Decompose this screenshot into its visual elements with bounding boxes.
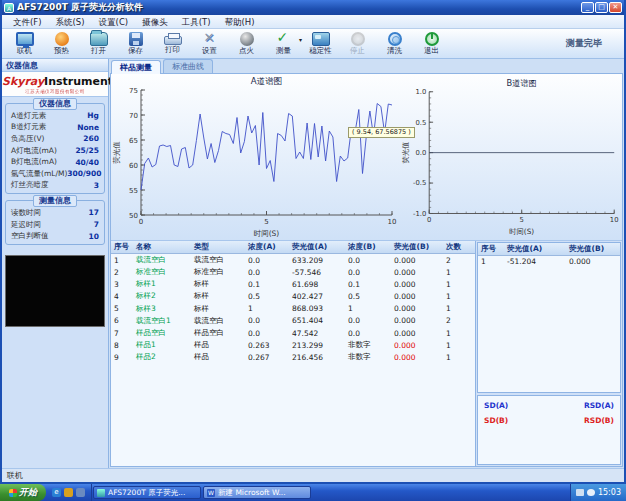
sample-table: 序号名称类型浓度(A)荧光值(A)浓度(B)荧光值(B)次数 1载流空白载流空白… <box>111 241 476 466</box>
sd-a-label: SD(A) <box>484 401 508 410</box>
sample-cell: 213.299 <box>289 339 345 351</box>
open-icon <box>90 32 108 46</box>
field-row: A道灯元素Hg <box>9 110 101 122</box>
sample-cell: 0.000 <box>391 303 443 315</box>
instrument-info-panel: 仪器信息 SkyrayInstrument 江苏天瑞仪器股份有限公司 仪器信息A… <box>2 59 109 468</box>
sample-cell: 0.000 <box>391 339 443 351</box>
sample-cell: 标样2 <box>133 290 191 302</box>
field-row: B灯电流(mA)40/40 <box>9 156 101 168</box>
taskbar-item-afs7200t[interactable]: AFS7200T 原子荧光... <box>93 486 201 499</box>
measure-icon <box>275 32 293 46</box>
svg-text:1.0: 1.0 <box>415 88 426 96</box>
toolbar-button-stability[interactable]: 稳定性 <box>302 30 339 57</box>
toolbar-button-clean[interactable]: 清洗 <box>376 30 413 57</box>
sample-row[interactable]: 7样品空白样品空白0.047.5420.00.0001 <box>111 327 476 339</box>
tab-0[interactable]: 样品测量 <box>111 60 161 74</box>
menu-item-3[interactable]: 摄像头 <box>135 15 175 29</box>
taskbar: 开始 e AFS7200T 原子荧光... W 新建 Microsoft W..… <box>0 484 626 501</box>
close-button[interactable]: ✕ <box>609 2 622 13</box>
svg-text:5: 5 <box>264 218 268 226</box>
desktop-quick-icon[interactable] <box>76 488 85 497</box>
sample-cell: 1 <box>443 327 476 339</box>
field-value: 3 <box>94 181 99 190</box>
logo-subtext: 江苏天瑞仪器股份有限公司 <box>7 88 102 93</box>
tray-device-icon[interactable] <box>576 489 584 496</box>
sample-cell: 0.000 <box>391 278 443 290</box>
menu-item-5[interactable]: 帮助(H) <box>217 15 261 29</box>
start-label: 开始 <box>19 486 37 499</box>
field-label: B道灯元素 <box>11 122 46 132</box>
toolbar-button-print[interactable]: 打印 <box>154 30 191 57</box>
maximize-button[interactable]: □ <box>595 2 608 13</box>
measure-status-text: 测量完毕 <box>566 37 602 50</box>
result-cell: -51.204 <box>504 256 566 268</box>
toolbar-label-stability: 稳定性 <box>309 47 332 55</box>
groupbox-legend-0: 仪器信息 <box>33 98 77 110</box>
taskbar-item-word-doc[interactable]: W 新建 Microsoft W... <box>203 486 311 499</box>
print-icon <box>164 36 182 45</box>
start-button[interactable]: 开始 <box>0 484 46 501</box>
sample-row[interactable]: 9样品2样品0.267216.456非数字0.0001 <box>111 351 476 363</box>
sample-cell: 1 <box>443 303 476 315</box>
sample-row[interactable]: 4标样2标样0.5402.4270.50.0001 <box>111 290 476 302</box>
sample-cell: 样品 <box>191 351 245 363</box>
sample-row[interactable]: 1载流空白载流空白0.0633.2090.00.0002 <box>111 254 476 267</box>
sample-row[interactable]: 6载流空白1载流空白0.0651.4040.00.0002 <box>111 315 476 327</box>
field-row: 延迟时间7 <box>9 219 101 231</box>
sample-cell: 1 <box>111 254 133 267</box>
toolbar-label-save: 保存 <box>128 47 143 55</box>
result-col-header: 荧光值(A) <box>504 243 566 256</box>
toolbar-label-online: 联机 <box>17 47 32 55</box>
sample-row[interactable]: 2标准空白标准空白0.0-57.5460.00.0001 <box>111 266 476 278</box>
status-bar: 联机 <box>2 468 624 482</box>
toolbar-button-measure[interactable]: 测量▾ <box>265 30 302 57</box>
menu-item-4[interactable]: 工具(T) <box>175 15 218 29</box>
sample-cell: 0.000 <box>391 266 443 278</box>
sample-cell: 0.0 <box>245 254 289 267</box>
sample-cell: 标样 <box>191 278 245 290</box>
toolbar-button-settings[interactable]: 设置 <box>191 30 228 57</box>
field-row: B道灯元素None <box>9 122 101 134</box>
sample-cell: 0.5 <box>345 290 391 302</box>
tray-volume-icon[interactable] <box>587 489 595 496</box>
menu-item-2[interactable]: 设置(C) <box>92 15 136 29</box>
svg-text:0: 0 <box>139 218 143 226</box>
toolbar-button-online[interactable]: 联机 <box>6 30 43 57</box>
minimize-button[interactable]: _ <box>581 2 594 13</box>
toolbar-button-save[interactable]: 保存 <box>117 30 154 57</box>
field-label: 灯丝亮暗度 <box>11 180 49 190</box>
result-row[interactable]: 1-51.2040.000 <box>478 256 621 268</box>
windows-logo-icon <box>9 489 17 497</box>
toolbar-button-exit[interactable]: 退出 <box>413 30 450 57</box>
online-icon <box>16 32 34 46</box>
toolbar-button-preheat[interactable]: 预热 <box>43 30 80 57</box>
tab-row: 样品测量标准曲线 <box>109 59 624 73</box>
field-label: 负高压(V) <box>11 134 44 144</box>
sample-row[interactable]: 5标样3标样1868.09310.0001 <box>111 303 476 315</box>
menu-item-0[interactable]: 文件(F) <box>6 15 49 29</box>
field-label: A灯电流(mA) <box>11 146 57 156</box>
toolbar-gap <box>450 30 566 57</box>
sidebar-groups: 仪器信息A道灯元素HgB道灯元素None负高压(V)260A灯电流(mA)25/… <box>2 97 108 247</box>
sample-cell: 0.0 <box>245 266 289 278</box>
toolbar-button-ignite[interactable]: 点火 <box>228 30 265 57</box>
tab-1[interactable]: 标准曲线 <box>163 59 213 73</box>
ie-icon[interactable]: e <box>52 488 61 497</box>
sample-row[interactable]: 8样品1样品0.263213.299非数字0.0001 <box>111 339 476 351</box>
menu-item-1[interactable]: 系统(S) <box>49 15 92 29</box>
field-row: 灯丝亮暗度3 <box>9 180 101 192</box>
sample-cell: 标样1 <box>133 278 191 290</box>
chart-a-spectrum[interactable]: A道谱图5055606570750510时间(S)荧光值 <box>111 74 400 241</box>
sample-col-header: 序号 <box>111 241 133 254</box>
sample-cell: 0.1 <box>345 278 391 290</box>
sample-col-header: 浓度(B) <box>345 241 391 254</box>
sample-row[interactable]: 3标样1标样0.161.6980.10.0001 <box>111 278 476 290</box>
toolbar-button-open[interactable]: 打开 <box>80 30 117 57</box>
svg-text:A道谱图: A道谱图 <box>251 76 282 86</box>
sample-cell: 1 <box>443 290 476 302</box>
chart-b-spectrum[interactable]: B道谱图-1.0-0.50.00.51.00510时间(S)荧光值 <box>400 74 622 241</box>
folder-quick-icon[interactable] <box>64 488 73 497</box>
result-col-header: 荧光值(B) <box>566 243 621 256</box>
sample-cell: 1 <box>345 303 391 315</box>
field-label: 延迟时间 <box>11 220 41 230</box>
